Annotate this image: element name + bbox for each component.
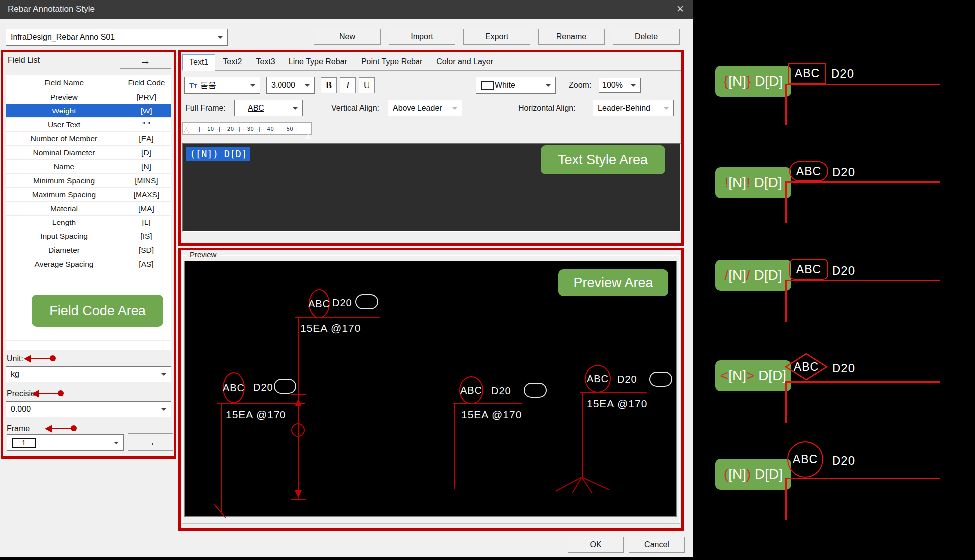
horizontal-align-select[interactable]: Leader-Behind <box>593 100 674 116</box>
table-row-empty[interactable] <box>6 327 171 341</box>
zoom-select[interactable]: 100% <box>599 78 641 93</box>
example-circle-diameter-text: D20 <box>832 454 855 468</box>
preview-canvas: Preview Area ABCD2015EA @170ABCD2015EA @… <box>184 261 677 517</box>
underline-button[interactable]: U <box>359 77 375 93</box>
right-arrow-icon: → <box>145 436 156 448</box>
rebar-annotation-2-leader-drop-line <box>221 404 222 513</box>
rebar-annotation-style-dialog: Rebar Annotation Style ✕ InfraDesign_Reb… <box>0 0 693 557</box>
right-arrow-icon: → <box>140 54 151 67</box>
field-name-cell: Nominal Diameter <box>6 146 122 159</box>
tab-line-type-rebar[interactable]: Line Type Rebar <box>282 54 354 70</box>
table-row-material[interactable]: Material[MA] <box>6 202 171 216</box>
vertical-align-select[interactable]: Above Leader <box>388 100 462 116</box>
table-row-diameter[interactable]: Diameter[SD] <box>6 243 171 257</box>
tab-point-type-rebar[interactable]: Point Type Rebar <box>355 54 429 70</box>
precision-select[interactable]: 0.000 <box>6 401 171 417</box>
truetype-font-icon: TT <box>189 81 197 90</box>
font-family-select[interactable]: TT 돋움 <box>184 77 260 94</box>
frame-style-swatch: 1 <box>12 438 36 448</box>
delete-button[interactable]: Delete <box>613 29 680 45</box>
chevron-down-icon <box>218 36 223 41</box>
tab-color-and-layer[interactable]: Color and Layer <box>430 54 500 70</box>
field-name-cell: Length <box>6 216 122 229</box>
table-row-preview[interactable]: Preview[PRV] <box>6 90 171 104</box>
rebar-annotation-4-leader-line <box>580 392 647 393</box>
rename-button[interactable]: Rename <box>538 29 605 45</box>
dimension-line <box>298 394 299 500</box>
rebar-annotation-1-name-circle-icon: ABC <box>309 289 330 318</box>
rebar-annotation-4-diameter-text: D20 <box>617 374 637 385</box>
italic-button[interactable]: I <box>340 77 356 93</box>
example-diamond-frame-icon: ABC <box>784 352 828 381</box>
field-name-cell: Preview <box>6 90 122 104</box>
titlebar[interactable]: Rebar Annotation Style ✕ <box>0 0 693 19</box>
chevron-down-icon <box>664 107 669 112</box>
new-button[interactable]: New <box>314 29 381 45</box>
rebar-annotation-3-spacing-text: 15EA @170 <box>461 409 522 421</box>
rebar-annotation-3-name-text: ABC <box>460 385 482 396</box>
ok-button[interactable]: OK <box>568 537 624 553</box>
rebar-annotation-1-spacing-text: 15EA @170 <box>300 322 361 334</box>
table-row-empty[interactable] <box>6 271 171 285</box>
style-selector[interactable]: InfraDesign_Rebar Anno S01 <box>6 29 228 46</box>
example-diamond-diameter-text: D20 <box>832 361 855 375</box>
table-row-maximum-spacing[interactable]: Maximum Spacing[MAXS] <box>6 188 171 202</box>
example-diamond-pattern-button: <[N]> D[D] <box>715 360 791 391</box>
example-rect-diameter-text: D20 <box>831 67 854 81</box>
rebar-annotation-3-leader-drop-line <box>454 404 455 489</box>
close-icon[interactable]: ✕ <box>673 3 688 15</box>
table-row-input-spacing[interactable]: Input Spacing[IS] <box>6 229 171 243</box>
rebar-annotation-2-diameter-text: D20 <box>253 382 273 393</box>
rebar-annotation-2-spacing-text: 15EA @170 <box>226 409 286 421</box>
full-frame-select[interactable]: ABC <box>234 100 303 116</box>
pattern-tail: D[D] <box>754 368 786 384</box>
style-selector-value: InfraDesign_Rebar Anno S01 <box>11 33 115 42</box>
preview-area-callout: Preview Area <box>558 269 668 296</box>
rebar-annotation-4-name-circle-icon: ABC <box>585 365 611 393</box>
ruler-left-handle-icon[interactable] <box>184 124 189 133</box>
cancel-button[interactable]: Cancel <box>629 537 685 553</box>
frame-select[interactable]: 1 <box>7 434 124 451</box>
table-row-name[interactable]: Name[N] <box>6 160 171 174</box>
field-code-cell: [SD] <box>122 243 171 257</box>
screenshot-root: Rebar Annotation Style ✕ InfraDesign_Reb… <box>0 0 975 560</box>
example-stadium-leader-drop-line <box>785 181 787 223</box>
table-row-length[interactable]: Length[L] <box>6 216 171 229</box>
text-ruler[interactable]: ····|···10··|···20··|···30··|···40··|···… <box>182 122 312 135</box>
unit-label: Unit: <box>7 354 23 363</box>
dimension-tick-top <box>291 394 306 395</box>
table-row-minimum-spacing[interactable]: Minimum Spacing[MINS] <box>6 174 171 188</box>
table-row-average-spacing[interactable]: Average Spacing[AS] <box>6 257 171 271</box>
field-list-label: Field List <box>8 56 40 65</box>
chevron-down-icon <box>293 107 298 112</box>
export-button[interactable]: Export <box>463 29 530 45</box>
field-code-cell: [EA] <box>122 132 171 145</box>
pattern-tail: D[D] <box>751 466 783 482</box>
pattern-close-symbol: ) <box>746 466 751 482</box>
chevron-down-icon <box>250 84 255 89</box>
table-row-user-text[interactable]: User Text" " <box>6 118 171 132</box>
import-button[interactable]: Import <box>389 29 455 45</box>
vertical-align-label: Vertical Align: <box>331 104 379 112</box>
chevron-down-icon <box>305 84 310 89</box>
field-code-cell: " " <box>122 118 171 131</box>
column-header-field-code: Field Code <box>122 75 171 90</box>
move-field-right-button[interactable]: → <box>120 53 171 69</box>
table-row-number-of-member[interactable]: Number of Member[EA] <box>6 132 171 146</box>
font-size-select[interactable]: 3.0000 <box>266 77 315 94</box>
table-row-nominal-diameter[interactable]: Nominal Diameter[D] <box>6 146 171 160</box>
pattern-open-symbol: / <box>724 267 728 283</box>
tab-text1[interactable]: Text1 <box>182 54 215 71</box>
apply-frame-button[interactable]: → <box>128 433 173 451</box>
field-code-cell: [MAXS] <box>122 188 171 201</box>
bold-button[interactable]: B <box>321 77 337 93</box>
tab-text2[interactable]: Text2 <box>216 54 248 70</box>
example-diamond-leader-drop-line <box>785 381 787 423</box>
pattern-close-symbol: / <box>746 267 750 283</box>
editor-selected-text[interactable]: ([N]) D[D] <box>186 147 250 161</box>
table-row-weight[interactable]: Weight[W] <box>6 104 171 118</box>
unit-select[interactable]: kg <box>6 366 171 382</box>
ruler-right-handle-icon[interactable] <box>305 130 312 139</box>
tab-text3[interactable]: Text3 <box>250 54 281 70</box>
text-color-select[interactable]: White <box>476 77 556 94</box>
